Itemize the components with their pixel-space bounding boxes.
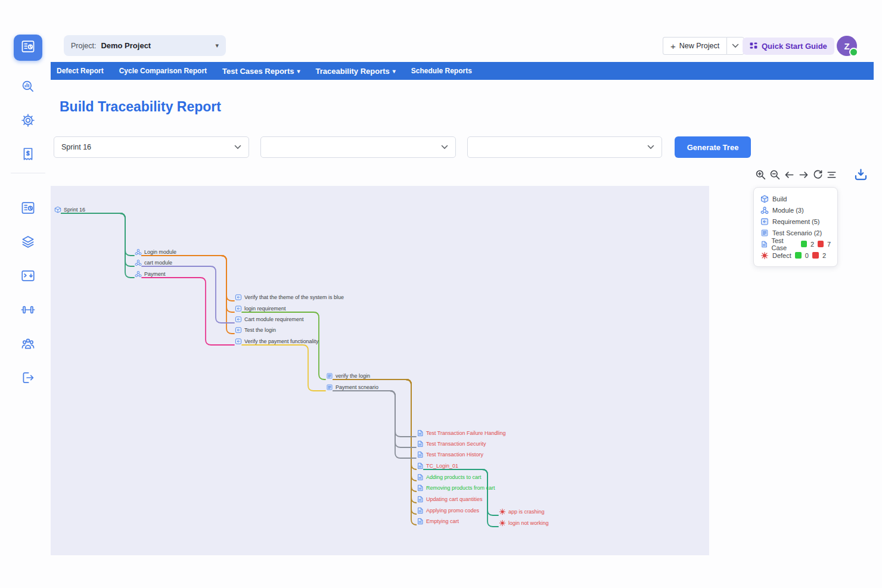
legend-row-module: Module (3) xyxy=(760,204,831,216)
tree-node-label: cart module xyxy=(144,260,172,266)
tree-node[interactable]: Verify the payment functionality xyxy=(235,338,319,344)
tree-node-label: Cart module requirement xyxy=(244,316,304,322)
testcase-icon xyxy=(418,441,423,446)
nav-item-defect-report[interactable]: Defect Report xyxy=(57,67,104,75)
sidebar-item-terminal[interactable] xyxy=(14,264,42,290)
arrow-right-icon[interactable] xyxy=(797,169,809,181)
online-status-dot xyxy=(849,48,858,57)
pass-chip xyxy=(795,252,802,259)
scenario-icon xyxy=(327,385,332,390)
tree-edge xyxy=(333,379,417,503)
users-icon xyxy=(20,336,36,354)
quick-start-guide-button[interactable]: Quick Start Guide xyxy=(743,38,834,55)
testcase-icon xyxy=(418,485,423,490)
filter-select-3[interactable] xyxy=(467,136,662,158)
reports-nav-bar: Defect Report Cycle Comparison Report Te… xyxy=(51,62,874,80)
tree-edge xyxy=(333,379,417,469)
tree-node[interactable]: Test Transaction Failure Handling xyxy=(418,430,506,436)
avatar-letter: Z xyxy=(844,41,849,51)
tree-node[interactable]: verify the login xyxy=(327,373,370,379)
tree-node[interactable]: Payment xyxy=(135,271,166,277)
tree-node-label: Test the login xyxy=(244,327,276,333)
sprint-select[interactable]: Sprint 16 xyxy=(54,136,249,158)
project-label: Project: xyxy=(71,42,96,50)
sidebar-item-gear[interactable] xyxy=(14,108,42,135)
tree-node-label: Test Transaction Security xyxy=(426,441,486,447)
quick-start-guide-label: Quick Start Guide xyxy=(762,42,827,51)
tree-node[interactable]: Verify that the theme of the system is b… xyxy=(235,294,344,300)
tree-node[interactable]: Updating cart quantities xyxy=(418,496,483,502)
defect-icon xyxy=(499,509,505,514)
zoom-in-icon[interactable] xyxy=(754,169,766,181)
new-project-button[interactable]: + New Project xyxy=(663,37,726,55)
tree-node[interactable]: login not working xyxy=(499,520,548,526)
tree-node-label: Test Transaction Failure Handling xyxy=(426,430,506,436)
tree-node[interactable]: Sprint 16 xyxy=(55,207,85,213)
chevron-down-icon xyxy=(732,43,739,48)
tree-node[interactable]: app is crashing xyxy=(499,509,544,515)
tree-node[interactable]: Test Transaction Security xyxy=(418,441,486,447)
nav-item-traceability-reports[interactable]: Traceability Reports▾ xyxy=(316,67,396,76)
tree-node[interactable]: TC_Login_01 xyxy=(418,463,458,469)
avatar[interactable]: Z xyxy=(837,36,857,56)
tree-node-label: Verify the payment functionality xyxy=(244,338,319,344)
tree-node-label: Payment xyxy=(144,271,166,277)
tree-node-label: app is crashing xyxy=(508,509,545,515)
tree-node-label: Updating cart quantities xyxy=(426,496,483,502)
tree-node-label: Verify that the theme of the system is b… xyxy=(244,294,344,300)
defect-icon xyxy=(760,251,769,260)
tree-node[interactable]: Emptying cart xyxy=(418,518,459,524)
align-center-icon[interactable] xyxy=(825,169,837,181)
tree-edge xyxy=(333,391,416,447)
zoom-out-icon[interactable] xyxy=(769,169,781,181)
sidebar-item-layers[interactable] xyxy=(14,230,42,256)
tree-node-label: Adding products to cart xyxy=(426,474,482,480)
project-selector[interactable]: Project: Demo Project ▾ xyxy=(64,35,226,56)
tree-node-label: Emptying cart xyxy=(426,518,459,524)
nav-item-schedule-reports[interactable]: Schedule Reports xyxy=(411,67,472,75)
sidebar xyxy=(8,24,48,393)
search-analytics-icon xyxy=(20,79,36,97)
refresh-icon[interactable] xyxy=(812,169,824,181)
scenario-icon xyxy=(327,374,332,378)
testcase-icon xyxy=(418,463,423,468)
tree-node-label: Login module xyxy=(144,249,176,255)
tree-node[interactable]: Payment scneario xyxy=(327,384,378,390)
requirement-icon xyxy=(235,295,241,300)
sidebar-item-billing[interactable] xyxy=(14,142,42,169)
tree-node[interactable]: Cart module requirement xyxy=(235,316,304,322)
sidebar-item-report2[interactable] xyxy=(14,196,42,222)
tree-node-label: Removing products from cart xyxy=(426,485,495,491)
tree-node[interactable]: Removing products from cart xyxy=(418,485,495,491)
module-icon xyxy=(760,206,769,214)
nav-item-test-cases-reports[interactable]: Test Cases Reports▾ xyxy=(222,67,300,76)
tree-node[interactable]: Test Transaction History xyxy=(418,452,484,458)
chevron-down-icon xyxy=(234,145,241,150)
logout-icon xyxy=(20,370,36,388)
tree-edge xyxy=(333,379,417,491)
tree-node[interactable]: Adding products to cart xyxy=(418,474,482,480)
tree-node[interactable]: Test the login xyxy=(235,327,276,333)
tree-node[interactable]: login requirement xyxy=(235,306,286,312)
nav-item-cycle-comparison-report[interactable]: Cycle Comparison Report xyxy=(119,67,207,75)
project-name: Demo Project xyxy=(101,41,151,50)
arrow-left-icon[interactable] xyxy=(783,169,795,181)
sidebar-item-search-analytics[interactable] xyxy=(14,74,42,101)
sidebar-item-logout[interactable] xyxy=(14,366,42,392)
generate-tree-button[interactable]: Generate Tree xyxy=(675,136,751,158)
chevron-down-icon: ▾ xyxy=(393,68,396,74)
sidebar-item-users[interactable] xyxy=(14,332,42,358)
filter-select-2[interactable] xyxy=(260,136,456,158)
module-icon xyxy=(135,260,141,265)
sidebar-item-pipeline[interactable] xyxy=(14,298,42,324)
tree-node[interactable]: Applying promo codes xyxy=(418,508,480,514)
sidebar-item-report[interactable] xyxy=(14,35,42,61)
terminal-icon xyxy=(20,268,36,286)
tree-node-label: Applying promo codes xyxy=(426,508,480,514)
new-project-dropdown-button[interactable] xyxy=(726,37,744,55)
download-icon[interactable] xyxy=(853,167,868,182)
tree-node[interactable]: Login module xyxy=(135,249,176,255)
tree-node[interactable]: cart module xyxy=(135,260,172,266)
tree-node-label: login requirement xyxy=(244,306,286,312)
testcase-icon xyxy=(418,452,423,457)
